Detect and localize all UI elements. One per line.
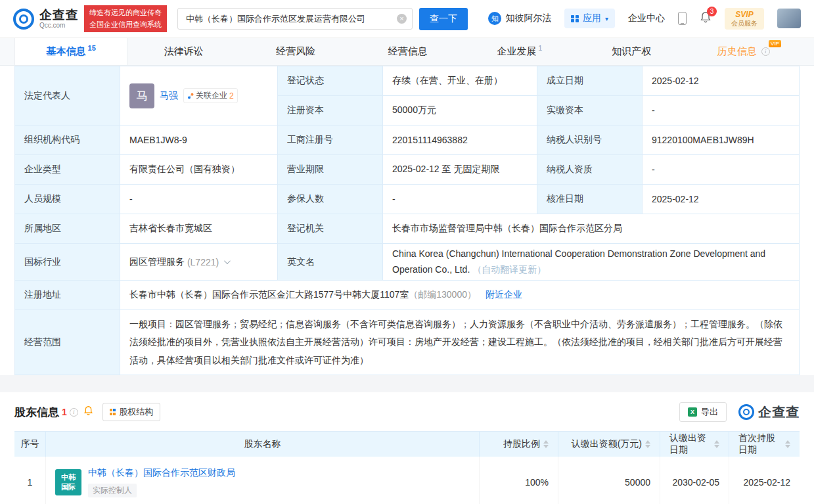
info-icon[interactable]: i — [70, 408, 78, 417]
info-icon[interactable]: i — [761, 47, 770, 56]
shareholders-section: 股东信息 1 i 股权结构 X 导出 企查查 序号 股东名称 — [0, 392, 814, 504]
shareholder-logo[interactable]: 中韩 国际 — [55, 469, 81, 495]
tab-history-info[interactable]: 历史信息 VIP i — [688, 38, 800, 65]
caret-down-icon: ▾ — [605, 15, 608, 22]
field-value: 50000万元 — [383, 96, 537, 125]
field-label: 经营范围 — [15, 310, 120, 375]
top-header: 企查查 Qcc.com 缔造有远见的商业传奇 全国企业信用查询系统 × 查一下 … — [0, 0, 814, 38]
field-label: 纳税人资质 — [537, 155, 643, 184]
section-divider — [0, 375, 814, 392]
business-scope-cell: 一般项目：园区管理服务；贸易经纪；信息咨询服务（不含许可类信息咨询服务）；人力资… — [120, 310, 799, 375]
field-label: 核准日期 — [537, 185, 643, 214]
field-label: 所属地区 — [15, 214, 120, 243]
related-companies-badge[interactable]: 关联企业 2 — [183, 88, 238, 103]
field-label: 营业期限 — [278, 155, 383, 184]
field-label: 英文名 — [278, 244, 383, 280]
field-label: 参保人数 — [278, 185, 383, 214]
field-label: 工商注册号 — [278, 126, 383, 154]
legal-rep-avatar[interactable]: 马 — [129, 83, 154, 108]
svip-member-button[interactable]: SVIP 会员服务 — [725, 8, 764, 29]
search-button[interactable]: 查一下 — [419, 8, 468, 30]
brand-domain: Qcc.com — [39, 22, 79, 29]
field-value: - — [643, 96, 799, 125]
table-row: 1 中韩 国际 中韩（长春）国际合作示范区财政局 实际控制人 100% 5000… — [14, 457, 800, 504]
field-label: 注册地址 — [15, 281, 120, 309]
sort-icon[interactable] — [645, 440, 650, 448]
vip-badge: VIP — [769, 40, 781, 47]
org-chart-icon — [187, 93, 194, 99]
field-value: 2025-02-12 — [643, 66, 799, 95]
qcc-logo-icon — [13, 9, 34, 30]
field-value: 有限责任公司（国有独资） — [120, 155, 278, 184]
nearby-companies-link[interactable]: 附近企业 — [486, 289, 522, 301]
zhibi-alpha-link[interactable]: 知 知彼阿尔法 — [488, 12, 551, 25]
qcc-watermark: 企查查 — [738, 403, 800, 421]
tab-basic-info[interactable]: 基本信息 15 — [14, 38, 127, 65]
field-label: 登记状态 — [278, 66, 383, 95]
equity-structure-icon — [110, 409, 116, 415]
field-value: 存续（在营、开业、在册） — [383, 66, 537, 95]
amount-value: 50000 — [558, 457, 660, 504]
actual-controller-badge[interactable]: 实际控制人 — [88, 484, 137, 497]
field-value: 2025-02-12 — [643, 185, 799, 214]
tab-operating-risk[interactable]: 经营风险 — [240, 38, 351, 65]
chevron-down-icon[interactable] — [224, 258, 231, 264]
ratio-value: 100% — [480, 457, 558, 504]
field-label: 登记机关 — [278, 214, 383, 243]
field-label: 人员规模 — [15, 185, 120, 214]
tab-business-info[interactable]: 经营信息 — [351, 38, 463, 65]
shareholders-table: 序号 股东名称 持股比例 认缴出资额(万元) 认缴出资日期 首次持股日期 1 — [14, 431, 800, 504]
tab-legal-litigation[interactable]: 法律诉讼 — [127, 38, 239, 65]
search-input[interactable] — [177, 8, 413, 30]
field-value: MAEB1JW8-9 — [120, 126, 278, 154]
sort-icon[interactable] — [714, 440, 719, 448]
basic-info-table: 法定代表人 马 马强 关联企业 2 登记状态 存续（在营、开业、在册） 成立日期… — [14, 66, 800, 375]
industry-cell: 园区管理服务 (L7221) — [120, 244, 278, 280]
col-subscribed-date: 认缴出资日期 — [660, 432, 729, 457]
field-label: 国标行业 — [15, 244, 120, 280]
legal-rep-cell: 马 马强 关联企业 2 — [120, 66, 278, 125]
notifications-button[interactable]: 3 — [700, 11, 712, 26]
equity-structure-button[interactable]: 股权结构 — [102, 403, 161, 421]
field-value: 长春市市场监督管理局中韩（长春）国际合作示范区分局 — [383, 214, 799, 243]
mobile-app-icon[interactable] — [678, 12, 687, 25]
col-first-holding-date: 首次持股日期 — [729, 432, 800, 457]
address-cell: 长春市中韩（长春）国际合作示范区金汇大路1577号中韩大厦1107室 （邮编13… — [120, 281, 799, 309]
sort-icon[interactable] — [785, 440, 790, 448]
brand-slogan: 缔造有远见的商业传奇 全国企业信用查询系统 — [84, 5, 167, 32]
shareholders-count: 1 — [62, 407, 67, 417]
col-shareholder-name: 股东名称 — [46, 432, 480, 457]
field-label: 注册资本 — [278, 96, 383, 125]
shareholder-name-link[interactable]: 中韩（长春）国际合作示范区财政局 — [88, 467, 235, 479]
search-box: × — [177, 8, 413, 30]
clear-search-icon[interactable]: × — [397, 14, 407, 24]
sort-icon[interactable] — [543, 440, 549, 448]
legal-rep-link[interactable]: 马强 — [160, 90, 178, 102]
field-value: 吉林省长春市宽城区 — [120, 214, 278, 243]
export-button[interactable]: X 导出 — [679, 402, 727, 422]
zhibi-alpha-icon: 知 — [488, 12, 501, 25]
tab-company-development[interactable]: 企业发展 1 — [464, 38, 576, 65]
auto-translate-note[interactable]: （自动翻译更新） — [472, 264, 546, 275]
qcc-logo[interactable]: 企查查 Qcc.com — [13, 9, 79, 30]
field-label: 组织机构代码 — [15, 126, 120, 154]
col-no: 序号 — [14, 432, 46, 457]
first-date-value: 2025-02-12 — [729, 457, 800, 504]
shareholders-title: 股东信息 — [14, 405, 59, 420]
field-label: 成立日期 — [537, 66, 643, 95]
qcc-logo-icon — [738, 404, 754, 420]
field-value: - — [120, 185, 278, 214]
table-header-row: 序号 股东名称 持股比例 认缴出资额(万元) 认缴出资日期 首次持股日期 — [14, 432, 800, 457]
enterprise-center-link[interactable]: 企业中心 — [628, 12, 665, 24]
english-name-cell: China Korea (Changchun) International Co… — [383, 244, 799, 280]
monitor-bell-icon[interactable] — [83, 405, 93, 419]
apps-menu-button[interactable]: 应用 ▾ — [564, 9, 615, 28]
field-label: 纳税人识别号 — [537, 126, 643, 154]
field-label: 企业类型 — [15, 155, 120, 184]
field-label: 实缴资本 — [537, 96, 643, 125]
shareholder-cell: 中韩 国际 中韩（长春）国际合作示范区财政局 实际控制人 — [46, 457, 480, 504]
tab-intellectual-property[interactable]: 知识产权 — [576, 38, 687, 65]
user-avatar[interactable] — [777, 9, 801, 28]
field-value: - — [383, 185, 537, 214]
date-value: 2030-02-05 — [660, 457, 729, 504]
